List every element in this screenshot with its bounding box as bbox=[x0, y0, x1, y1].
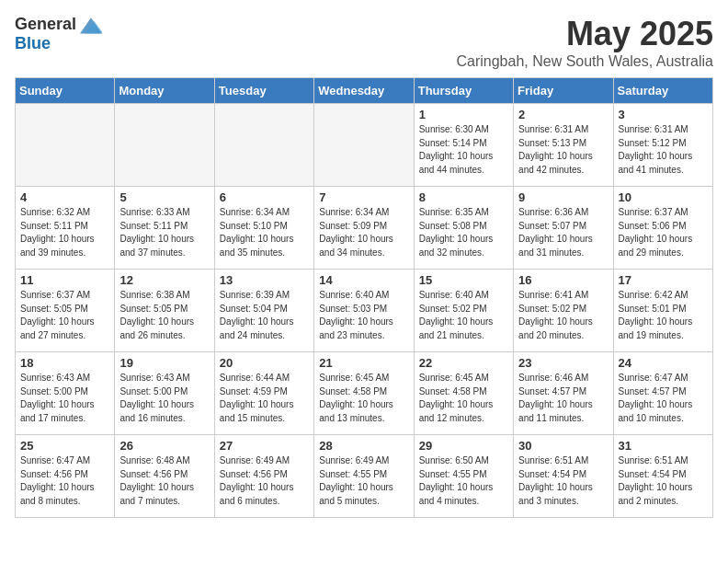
day-info: Sunrise: 6:34 AMSunset: 5:10 PMDaylight:… bbox=[220, 206, 309, 259]
day-info: Sunrise: 6:40 AMSunset: 5:02 PMDaylight:… bbox=[419, 289, 508, 342]
day-info: Sunrise: 6:41 AMSunset: 5:02 PMDaylight:… bbox=[518, 289, 608, 342]
calendar-cell: 11Sunrise: 6:37 AMSunset: 5:05 PMDayligh… bbox=[16, 270, 115, 352]
day-info: Sunrise: 6:46 AMSunset: 4:57 PMDaylight:… bbox=[518, 372, 608, 425]
day-info: Sunrise: 6:40 AMSunset: 5:03 PMDaylight:… bbox=[319, 289, 408, 342]
day-number: 9 bbox=[518, 190, 608, 204]
calendar-cell: 17Sunrise: 6:42 AMSunset: 5:01 PMDayligh… bbox=[613, 270, 712, 352]
day-info: Sunrise: 6:39 AMSunset: 5:04 PMDaylight:… bbox=[220, 289, 309, 342]
calendar-cell: 4Sunrise: 6:32 AMSunset: 5:11 PMDaylight… bbox=[16, 187, 115, 270]
day-info: Sunrise: 6:45 AMSunset: 4:58 PMDaylight:… bbox=[319, 372, 408, 425]
calendar-cell: 25Sunrise: 6:47 AMSunset: 4:56 PMDayligh… bbox=[16, 435, 115, 518]
day-number: 5 bbox=[119, 190, 209, 204]
calendar-cell: 31Sunrise: 6:51 AMSunset: 4:54 PMDayligh… bbox=[613, 435, 712, 518]
day-number: 21 bbox=[319, 356, 408, 370]
day-info: Sunrise: 6:32 AMSunset: 5:11 PMDaylight:… bbox=[20, 206, 109, 259]
calendar-cell: 28Sunrise: 6:49 AMSunset: 4:55 PMDayligh… bbox=[314, 435, 414, 518]
logo-icon bbox=[80, 16, 102, 34]
day-info: Sunrise: 6:50 AMSunset: 4:55 PMDaylight:… bbox=[419, 454, 508, 508]
day-info: Sunrise: 6:37 AMSunset: 5:05 PMDaylight:… bbox=[20, 289, 109, 342]
day-number: 3 bbox=[619, 108, 708, 121]
day-number: 28 bbox=[319, 439, 408, 453]
day-info: Sunrise: 6:51 AMSunset: 4:54 PMDaylight:… bbox=[518, 454, 608, 508]
day-number: 2 bbox=[518, 108, 608, 121]
title-block: May 2025 Caringbah, New South Wales, Aus… bbox=[456, 15, 713, 70]
calendar-week-row: 1Sunrise: 6:30 AMSunset: 5:14 PMDaylight… bbox=[16, 104, 713, 187]
calendar-cell: 1Sunrise: 6:30 AMSunset: 5:14 PMDaylight… bbox=[414, 104, 513, 187]
weekday-header: Wednesday bbox=[314, 78, 414, 104]
calendar-table: SundayMondayTuesdayWednesdayThursdayFrid… bbox=[15, 77, 713, 518]
weekday-header: Tuesday bbox=[214, 78, 313, 104]
day-info: Sunrise: 6:45 AMSunset: 4:58 PMDaylight:… bbox=[419, 372, 508, 425]
day-number: 12 bbox=[119, 273, 209, 287]
day-info: Sunrise: 6:49 AMSunset: 4:56 PMDaylight:… bbox=[220, 454, 309, 508]
day-info: Sunrise: 6:31 AMSunset: 5:13 PMDaylight:… bbox=[518, 123, 608, 177]
location-title: Caringbah, New South Wales, Australia bbox=[456, 53, 713, 70]
day-number: 16 bbox=[518, 273, 608, 287]
day-info: Sunrise: 6:47 AMSunset: 4:56 PMDaylight:… bbox=[20, 454, 109, 508]
day-number: 31 bbox=[619, 439, 708, 453]
day-number: 27 bbox=[220, 439, 309, 453]
calendar-cell bbox=[115, 104, 214, 187]
day-info: Sunrise: 6:36 AMSunset: 5:07 PMDaylight:… bbox=[518, 206, 608, 259]
calendar-header-row: SundayMondayTuesdayWednesdayThursdayFrid… bbox=[16, 78, 713, 104]
day-info: Sunrise: 6:35 AMSunset: 5:08 PMDaylight:… bbox=[419, 206, 508, 259]
day-info: Sunrise: 6:49 AMSunset: 4:55 PMDaylight:… bbox=[319, 454, 408, 508]
calendar-cell: 12Sunrise: 6:38 AMSunset: 5:05 PMDayligh… bbox=[115, 270, 214, 352]
calendar-cell: 18Sunrise: 6:43 AMSunset: 5:00 PMDayligh… bbox=[16, 352, 115, 435]
day-info: Sunrise: 6:47 AMSunset: 4:57 PMDaylight:… bbox=[619, 372, 708, 425]
day-info: Sunrise: 6:51 AMSunset: 4:54 PMDaylight:… bbox=[619, 454, 708, 508]
day-info: Sunrise: 6:37 AMSunset: 5:06 PMDaylight:… bbox=[619, 206, 708, 259]
day-number: 22 bbox=[419, 356, 508, 370]
calendar-cell: 16Sunrise: 6:41 AMSunset: 5:02 PMDayligh… bbox=[514, 270, 613, 352]
day-info: Sunrise: 6:48 AMSunset: 4:56 PMDaylight:… bbox=[119, 454, 209, 508]
calendar-cell: 22Sunrise: 6:45 AMSunset: 4:58 PMDayligh… bbox=[414, 352, 513, 435]
day-number: 6 bbox=[220, 190, 309, 204]
calendar-cell: 23Sunrise: 6:46 AMSunset: 4:57 PMDayligh… bbox=[514, 352, 613, 435]
page-header: General Blue May 2025 Caringbah, New Sou… bbox=[15, 15, 713, 70]
day-number: 15 bbox=[419, 273, 508, 287]
calendar-week-row: 11Sunrise: 6:37 AMSunset: 5:05 PMDayligh… bbox=[16, 270, 713, 352]
calendar-cell bbox=[314, 104, 414, 187]
calendar-cell: 6Sunrise: 6:34 AMSunset: 5:10 PMDaylight… bbox=[214, 187, 313, 270]
calendar-cell: 5Sunrise: 6:33 AMSunset: 5:11 PMDaylight… bbox=[115, 187, 214, 270]
calendar-cell: 2Sunrise: 6:31 AMSunset: 5:13 PMDaylight… bbox=[514, 104, 613, 187]
day-number: 23 bbox=[518, 356, 608, 370]
weekday-header: Thursday bbox=[414, 78, 513, 104]
day-number: 7 bbox=[319, 190, 408, 204]
day-number: 25 bbox=[20, 439, 109, 453]
day-number: 8 bbox=[419, 190, 508, 204]
calendar-week-row: 25Sunrise: 6:47 AMSunset: 4:56 PMDayligh… bbox=[16, 435, 713, 518]
day-number: 29 bbox=[419, 439, 508, 453]
calendar-cell: 13Sunrise: 6:39 AMSunset: 5:04 PMDayligh… bbox=[214, 270, 313, 352]
day-number: 20 bbox=[220, 356, 309, 370]
day-info: Sunrise: 6:43 AMSunset: 5:00 PMDaylight:… bbox=[20, 372, 109, 425]
calendar-cell: 8Sunrise: 6:35 AMSunset: 5:08 PMDaylight… bbox=[414, 187, 513, 270]
calendar-cell: 19Sunrise: 6:43 AMSunset: 5:00 PMDayligh… bbox=[115, 352, 214, 435]
day-number: 30 bbox=[518, 439, 608, 453]
calendar-cell: 26Sunrise: 6:48 AMSunset: 4:56 PMDayligh… bbox=[115, 435, 214, 518]
calendar-week-row: 18Sunrise: 6:43 AMSunset: 5:00 PMDayligh… bbox=[16, 352, 713, 435]
weekday-header: Friday bbox=[514, 78, 613, 104]
day-number: 18 bbox=[20, 356, 109, 370]
logo: General Blue bbox=[15, 15, 102, 53]
calendar-cell: 15Sunrise: 6:40 AMSunset: 5:02 PMDayligh… bbox=[414, 270, 513, 352]
month-title: May 2025 bbox=[456, 15, 713, 53]
calendar-cell bbox=[16, 104, 115, 187]
day-info: Sunrise: 6:33 AMSunset: 5:11 PMDaylight:… bbox=[119, 206, 209, 259]
calendar-cell: 10Sunrise: 6:37 AMSunset: 5:06 PMDayligh… bbox=[613, 187, 712, 270]
day-number: 4 bbox=[20, 190, 109, 204]
calendar-cell: 14Sunrise: 6:40 AMSunset: 5:03 PMDayligh… bbox=[314, 270, 414, 352]
calendar-cell: 20Sunrise: 6:44 AMSunset: 4:59 PMDayligh… bbox=[214, 352, 313, 435]
weekday-header: Monday bbox=[115, 78, 214, 104]
logo-blue-text: Blue bbox=[15, 34, 51, 53]
day-number: 26 bbox=[119, 439, 209, 453]
day-info: Sunrise: 6:31 AMSunset: 5:12 PMDaylight:… bbox=[619, 123, 708, 177]
calendar-cell: 21Sunrise: 6:45 AMSunset: 4:58 PMDayligh… bbox=[314, 352, 414, 435]
calendar-cell: 30Sunrise: 6:51 AMSunset: 4:54 PMDayligh… bbox=[514, 435, 613, 518]
logo-general-text: General bbox=[15, 15, 76, 34]
day-info: Sunrise: 6:38 AMSunset: 5:05 PMDaylight:… bbox=[119, 289, 209, 342]
day-info: Sunrise: 6:30 AMSunset: 5:14 PMDaylight:… bbox=[419, 123, 508, 177]
day-number: 19 bbox=[119, 356, 209, 370]
weekday-header: Saturday bbox=[613, 78, 712, 104]
day-number: 17 bbox=[619, 273, 708, 287]
